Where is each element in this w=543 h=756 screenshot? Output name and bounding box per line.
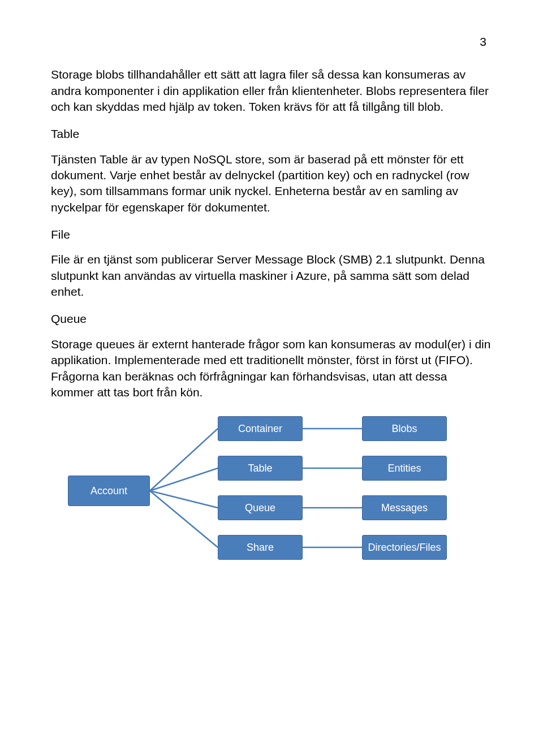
node-queue: Queue xyxy=(218,495,303,520)
node-entities: Entities xyxy=(362,456,447,481)
heading-file: File xyxy=(51,227,492,243)
node-blobs: Blobs xyxy=(362,416,447,441)
node-container: Container xyxy=(218,416,303,441)
paragraph-queue-body: Storage queues är externt hanterade fråg… xyxy=(51,336,492,400)
heading-queue: Queue xyxy=(51,311,492,327)
node-share: Share xyxy=(218,535,303,560)
node-dirfiles: Directories/Files xyxy=(362,535,447,560)
paragraph-blobs-intro: Storage blobs tillhandahåller ett sätt a… xyxy=(51,67,492,115)
node-table: Table xyxy=(218,456,303,481)
storage-diagram: Account Container Table Queue Share Blob… xyxy=(57,412,486,581)
heading-table: Table xyxy=(51,126,492,142)
svg-line-1 xyxy=(150,468,218,491)
paragraph-table-body: Tjänsten Table är av typen NoSQL store, … xyxy=(51,152,492,215)
page-number: 3 xyxy=(51,34,492,50)
node-messages: Messages xyxy=(362,495,447,520)
node-account: Account xyxy=(68,476,150,506)
paragraph-file-body: File är en tjänst som publicerar Server … xyxy=(51,252,492,300)
svg-line-0 xyxy=(150,429,218,491)
